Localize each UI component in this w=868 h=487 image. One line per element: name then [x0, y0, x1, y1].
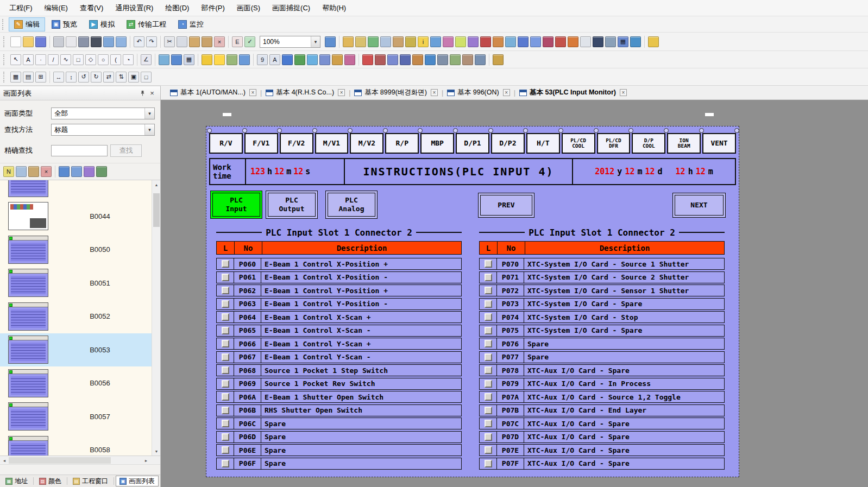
hmi-button-fv1[interactable]: F/V1 — [244, 133, 278, 154]
screen-item-b0058[interactable]: B0058 — [0, 433, 152, 456]
input-lamp[interactable] — [485, 393, 492, 401]
scroll-down-icon[interactable]: ▼ — [152, 447, 160, 456]
input-lamp[interactable] — [485, 327, 492, 334]
menu-project[interactable]: 工程(F) — [3, 1, 39, 15]
trend-graph-icon[interactable] — [307, 54, 318, 65]
input-lamp[interactable] — [222, 393, 229, 401]
image-part-icon[interactable] — [159, 54, 169, 65]
scroll-thumb[interactable] — [153, 193, 160, 227]
effect-icon[interactable] — [468, 36, 479, 47]
history-part-icon[interactable] — [400, 54, 411, 65]
display-screen-icon[interactable] — [59, 166, 70, 177]
page-edit-icon[interactable] — [580, 36, 591, 47]
lamp-part-icon[interactable] — [202, 54, 212, 65]
input-lamp[interactable] — [485, 366, 492, 374]
address-book-icon[interactable] — [343, 36, 354, 47]
input-lamp[interactable] — [222, 446, 229, 454]
hmi-button-next[interactable]: NEXT — [672, 193, 726, 218]
mode-simulate[interactable]: ▶模拟 — [84, 17, 120, 31]
numeric-display-icon[interactable]: 9 — [257, 54, 268, 65]
keypad-part-icon[interactable] — [437, 54, 448, 65]
input-lamp[interactable] — [222, 300, 229, 308]
hmi-button-dp-cool[interactable]: D/P COOL — [632, 133, 665, 154]
screen-item-b0057[interactable]: B0057 — [0, 400, 152, 434]
mode-monitor[interactable]: ◔监控 — [173, 17, 209, 31]
monitor-config-icon[interactable] — [555, 36, 566, 47]
mode-transfer-project[interactable]: ⇄传输工程 — [121, 17, 172, 31]
selection-handle-icon[interactable] — [594, 128, 599, 133]
screen-switch-icon[interactable] — [568, 36, 578, 47]
new-screen-icon[interactable]: N — [3, 166, 14, 177]
input-lamp[interactable] — [485, 407, 492, 414]
search-project-icon[interactable] — [593, 36, 603, 47]
selection-handle-icon[interactable] — [207, 128, 212, 133]
timer-part-icon[interactable] — [475, 54, 486, 65]
bar-graph-icon[interactable] — [282, 54, 293, 65]
panel-close-icon[interactable]: × — [147, 88, 157, 98]
data-list-part-icon[interactable] — [375, 54, 386, 65]
hmi-button-mv2[interactable]: M/V2 — [350, 133, 383, 154]
hmi-button-ht[interactable]: H/T — [526, 133, 560, 154]
input-lamp[interactable] — [222, 353, 229, 361]
stamp-tool-icon[interactable] — [493, 54, 504, 65]
input-lamp[interactable] — [485, 433, 492, 441]
input-lamp[interactable] — [485, 287, 492, 294]
screen-item-partial[interactable] — [0, 180, 152, 200]
line-tool-icon[interactable]: / — [48, 54, 59, 65]
save-icon[interactable] — [35, 36, 46, 47]
print-preview-icon[interactable] — [66, 36, 77, 47]
selection-handle-icon[interactable] — [734, 128, 739, 133]
input-lamp[interactable] — [222, 327, 229, 334]
hmi-button-plcd-cool[interactable]: PL/CD COOL — [562, 133, 595, 154]
screen-item-b0050[interactable]: B0050 — [0, 233, 152, 267]
flip-vertical-icon[interactable]: ⇅ — [116, 72, 127, 83]
menu-parts[interactable]: 部件(P) — [195, 1, 230, 15]
hmi-button-vent[interactable]: VENT — [702, 133, 736, 154]
input-lamp[interactable] — [222, 274, 229, 281]
id-card-icon[interactable] — [393, 36, 404, 47]
input-lamp[interactable] — [485, 380, 492, 388]
menu-capture[interactable]: 画面捕捉(C) — [266, 1, 316, 15]
redo-icon[interactable]: ↷ — [146, 36, 157, 47]
hmi-button-plc-output[interactable]: PLC Output — [266, 191, 318, 219]
pie-tool-icon[interactable]: ◔ — [123, 54, 134, 65]
paste-icon[interactable] — [189, 36, 200, 47]
key-icon[interactable] — [405, 36, 416, 47]
grid-option-icon[interactable]: ▦ — [10, 72, 21, 83]
selection-handle-icon[interactable] — [488, 128, 493, 133]
zoom-select[interactable]: 100%▾ — [260, 36, 320, 48]
dot-tool-icon[interactable]: · — [35, 54, 46, 65]
dock-tab-screen-list[interactable]: ▣画面列表 — [116, 476, 159, 486]
hmi-button-plc-input[interactable]: PLC Input — [210, 191, 262, 219]
hmi-button-dp1[interactable]: D/P1 — [456, 133, 489, 154]
toolbar-grip-icon[interactable] — [2, 19, 5, 30]
rotate-left-icon[interactable]: ↺ — [78, 72, 89, 83]
polyline-tool-icon[interactable]: ∿ — [60, 54, 71, 65]
pie-graph-icon[interactable] — [332, 54, 343, 65]
grid-view-icon[interactable]: ▦ — [618, 36, 628, 47]
input-lamp[interactable] — [485, 420, 492, 427]
hmi-button-rv[interactable]: R/V — [209, 133, 243, 154]
cut-icon[interactable]: ✂ — [164, 36, 175, 47]
hmi-button-fv2[interactable]: F/V2 — [280, 133, 313, 154]
menu-common-settings[interactable]: 通用设置(R) — [109, 1, 159, 15]
paste-screen-icon[interactable] — [116, 36, 127, 47]
selection-handle-icon[interactable] — [523, 128, 528, 133]
color-table-icon[interactable] — [443, 36, 454, 47]
selection-handle-icon[interactable] — [348, 128, 353, 133]
ascii-display-icon[interactable]: A — [269, 54, 280, 65]
menu-screen[interactable]: 画面(S) — [231, 1, 266, 15]
input-lamp[interactable] — [485, 313, 492, 321]
selection-handle-icon[interactable] — [418, 128, 423, 133]
paste-special-icon[interactable] — [202, 36, 212, 47]
search-method-select[interactable]: 标题 ▾ — [51, 124, 155, 136]
library-icon[interactable] — [430, 36, 441, 47]
snap-option-icon[interactable]: ⊞ — [35, 72, 46, 83]
mute-icon[interactable] — [480, 36, 491, 47]
line-graph-icon[interactable] — [294, 54, 305, 65]
selection-handle-icon[interactable] — [383, 128, 388, 133]
input-lamp[interactable] — [222, 313, 229, 321]
hmi-button-rp[interactable]: R/P — [385, 133, 419, 154]
hmi-button-ion-beam[interactable]: ION BEAM — [667, 133, 701, 154]
switch-part-icon[interactable] — [227, 54, 237, 65]
